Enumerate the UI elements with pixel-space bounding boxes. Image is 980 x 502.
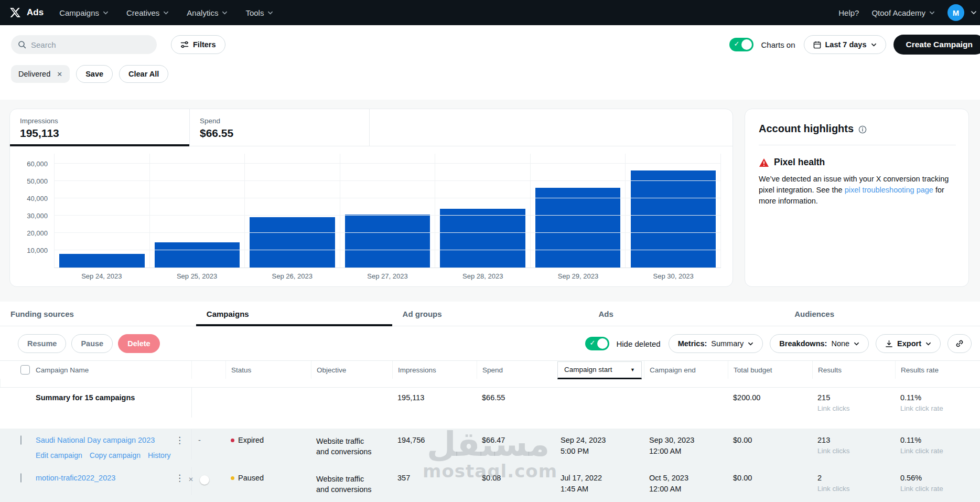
pixel-troubleshooting-link[interactable]: pixel troubleshooting page bbox=[845, 186, 933, 194]
help-link[interactable]: Help? bbox=[838, 8, 859, 17]
tab-campaigns[interactable]: Campaigns bbox=[196, 302, 392, 326]
select-all-checkbox[interactable] bbox=[20, 365, 30, 375]
chevron-down-icon bbox=[871, 42, 877, 48]
col-status[interactable]: Status bbox=[225, 361, 311, 379]
pixel-health-message: We’ve detected an issue with your X conv… bbox=[759, 174, 956, 207]
date-range-button[interactable]: Last 7 days bbox=[804, 35, 886, 54]
nav-menu-analytics[interactable]: Analytics bbox=[187, 8, 228, 17]
status-badge: Expired bbox=[225, 429, 311, 444]
impressions-bar[interactable] bbox=[155, 242, 240, 268]
col-spend[interactable]: Spend bbox=[477, 361, 555, 379]
filter-chip-delivered[interactable]: Delivered ✕ bbox=[11, 65, 70, 83]
col-results-rate[interactable]: Results rate bbox=[895, 361, 980, 379]
create-campaign-button[interactable]: Create Campaign bbox=[893, 35, 980, 55]
overview-section: Impressions 195,113 Spend $66.55 10,0002… bbox=[0, 100, 980, 302]
impressions-bar[interactable] bbox=[250, 217, 335, 268]
col-campaign-start-sorted[interactable]: Campaign start ▼ bbox=[557, 361, 642, 379]
metric-tab-impressions[interactable]: Impressions 195,113 bbox=[10, 109, 190, 146]
impressions-bar[interactable] bbox=[535, 188, 621, 268]
tab-ads[interactable]: Ads bbox=[588, 302, 784, 326]
copy-link-button[interactable] bbox=[947, 334, 972, 353]
table-row: motion-trafic2022_2023 ⋮ ✕ Paused Websit… bbox=[0, 467, 980, 502]
filters-button[interactable]: Filters bbox=[171, 35, 225, 54]
account-highlights-card: Account highlights Pixel health We’ve de… bbox=[745, 109, 969, 287]
tab-audiences[interactable]: Audiences bbox=[784, 302, 980, 326]
table-row: Saudi National Day campaign 2023 ⋮ Edit … bbox=[0, 429, 980, 467]
check-icon: ✓ bbox=[734, 40, 739, 48]
impressions-bar[interactable] bbox=[345, 215, 430, 268]
entity-tabs: Funding sources Campaigns Ad groups Ads … bbox=[0, 302, 980, 326]
col-objective[interactable]: Objective bbox=[311, 361, 392, 379]
warning-icon bbox=[759, 158, 769, 167]
filters-icon bbox=[180, 40, 189, 49]
info-icon[interactable] bbox=[858, 125, 867, 134]
resume-button[interactable]: Resume bbox=[18, 334, 66, 353]
chevron-down-icon bbox=[925, 341, 931, 347]
nav-menus: Campaigns Creatives Analytics Tools bbox=[59, 8, 273, 17]
breakdowns-dropdown[interactable]: Breakdowns: None bbox=[770, 334, 869, 353]
check-icon: ✓ bbox=[589, 339, 595, 347]
col-impressions[interactable]: Impressions bbox=[392, 361, 477, 379]
summary-results: 215 Link clicks bbox=[812, 388, 895, 418]
metrics-dropdown[interactable]: Metrics: Summary bbox=[669, 334, 763, 353]
impressions-bar[interactable] bbox=[59, 254, 145, 268]
metrics-chart-card: Impressions 195,113 Spend $66.55 10,0002… bbox=[9, 109, 733, 287]
status-badge: Paused bbox=[225, 467, 311, 482]
tab-funding-sources[interactable]: Funding sources bbox=[0, 302, 196, 326]
kebab-menu-icon[interactable]: ⋮ bbox=[172, 436, 187, 445]
col-campaign-end[interactable]: Campaign end bbox=[644, 361, 728, 379]
summary-budget: $200.00 bbox=[728, 388, 812, 407]
save-filters-button[interactable]: Save bbox=[76, 65, 113, 83]
summary-rate: 0.11% Link click rate bbox=[895, 388, 980, 418]
chip-close-icon[interactable]: ✕ bbox=[57, 70, 62, 78]
impressions-total: 195,113 bbox=[20, 127, 189, 140]
search-input[interactable] bbox=[11, 35, 157, 54]
row-checkbox[interactable] bbox=[20, 435, 21, 445]
hide-deleted-toggle[interactable]: ✓ bbox=[585, 337, 609, 350]
impressions-bar[interactable] bbox=[631, 170, 716, 268]
col-campaign-name[interactable]: Campaign Name bbox=[31, 361, 191, 379]
status-dot bbox=[231, 439, 234, 442]
avatar[interactable]: M bbox=[947, 4, 964, 21]
pause-button[interactable]: Pause bbox=[71, 334, 113, 353]
edit-campaign-link[interactable]: Edit campaign bbox=[36, 451, 82, 460]
copy-campaign-link[interactable]: Copy campaign bbox=[90, 451, 141, 460]
link-icon bbox=[955, 339, 964, 348]
impressions-bar[interactable] bbox=[440, 209, 525, 268]
y-axis-tick: 10,000 bbox=[11, 247, 48, 254]
chevron-down-icon bbox=[854, 341, 859, 347]
metric-tab-spend[interactable]: Spend $66.55 bbox=[190, 109, 370, 146]
charts-toggle[interactable]: ✓ bbox=[729, 38, 753, 51]
nav-right: Help? Qtoof Academy M bbox=[838, 4, 975, 21]
kebab-menu-icon[interactable]: ⋮ bbox=[172, 474, 187, 483]
nav-menu-tools[interactable]: Tools bbox=[245, 8, 273, 17]
x-axis-tick: Sep 27, 2023 bbox=[340, 272, 435, 280]
charts-toggle-label: Charts on bbox=[761, 40, 795, 49]
campaigns-table: Campaign Name Status Objective Impressio… bbox=[0, 360, 980, 502]
nav-menu-campaigns[interactable]: Campaigns bbox=[59, 8, 109, 17]
delete-button[interactable]: Delete bbox=[118, 334, 160, 353]
export-dropdown[interactable]: Export bbox=[876, 334, 941, 353]
row-checkbox[interactable] bbox=[20, 473, 21, 483]
x-axis-tick: Sep 30, 2023 bbox=[626, 272, 721, 280]
nav-menu-creatives[interactable]: Creatives bbox=[126, 8, 169, 17]
history-link[interactable]: History bbox=[148, 451, 171, 460]
campaign-link[interactable]: Saudi National Day campaign 2023 bbox=[36, 436, 155, 444]
x-axis-tick: Sep 25, 2023 bbox=[149, 272, 245, 280]
clear-all-button[interactable]: Clear All bbox=[119, 65, 168, 83]
tab-ad-groups[interactable]: Ad groups bbox=[392, 302, 588, 326]
export-icon bbox=[885, 340, 893, 348]
chevron-down-icon bbox=[103, 10, 109, 16]
account-menu[interactable]: Qtoof Academy bbox=[871, 8, 935, 17]
campaign-link[interactable]: motion-trafic2022_2023 bbox=[36, 474, 115, 482]
top-nav: Ads Campaigns Creatives Analytics Tools … bbox=[0, 0, 980, 25]
table-toolbar: Resume Pause Delete ✓ Hide deleted Metri… bbox=[0, 326, 980, 360]
col-results[interactable]: Results bbox=[812, 361, 895, 379]
table-header-row: Campaign Name Status Objective Impressio… bbox=[0, 360, 980, 388]
status-dot bbox=[231, 476, 234, 480]
avatar-chevron-icon[interactable] bbox=[971, 9, 977, 16]
x-logo-icon[interactable] bbox=[8, 6, 22, 19]
col-total-budget[interactable]: Total budget bbox=[728, 361, 812, 379]
x-axis-labels: Sep 24, 2023Sep 25, 2023Sep 26, 2023Sep … bbox=[54, 272, 721, 280]
y-axis-tick: 50,000 bbox=[11, 177, 48, 185]
